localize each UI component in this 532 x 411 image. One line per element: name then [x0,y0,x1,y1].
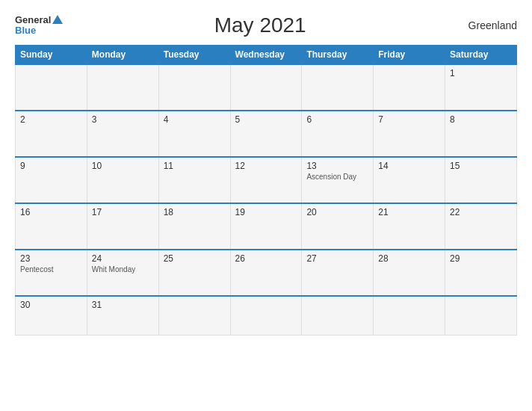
day-number: 18 [164,207,226,217]
calendar-cell: 24Whit Monday [87,250,158,296]
day-number: 31 [92,300,154,310]
calendar-cell: 12 [230,157,302,203]
day-number: 23 [20,253,82,264]
day-number: 30 [20,300,82,310]
day-number: 7 [378,114,440,125]
calendar-cell [16,64,87,111]
calendar-cell: 21 [374,203,445,250]
calendar-cell: 4 [158,111,230,157]
header-monday: Monday [87,46,158,65]
logo-triangle-icon [52,15,63,24]
calendar-week-row: 16171819202122 [16,203,517,250]
calendar-cell: 13Ascension Day [302,157,374,203]
calendar-cell: 27 [302,250,374,296]
day-number: 3 [92,114,154,125]
calendar-cell: 2 [16,111,87,157]
day-number: 8 [450,114,512,125]
calendar-cell [445,296,517,335]
calendar-cell: 25 [158,250,230,296]
calendar-cell: 9 [16,157,87,203]
calendar-cell: 14 [374,157,445,203]
day-number: 1 [450,68,512,78]
day-event-label: Ascension Day [306,173,368,181]
calendar-cell [230,296,302,335]
day-number: 2 [20,114,82,125]
day-number: 15 [450,161,512,171]
calendar-cell [374,64,445,111]
calendar-week-row: 910111213Ascension Day1415 [16,157,517,203]
header-friday: Friday [374,46,445,65]
calendar-cell: 30 [16,296,87,335]
day-number: 17 [92,207,154,217]
calendar-cell [230,64,302,111]
calendar-cell: 22 [445,203,517,250]
calendar-cell: 29 [445,250,517,296]
calendar-week-row: 1 [16,64,517,111]
days-header-row: Sunday Monday Tuesday Wednesday Thursday… [16,46,517,65]
day-number: 12 [235,161,297,171]
day-number: 4 [164,114,226,125]
logo-blue-text: Blue [15,25,63,36]
day-number: 24 [92,253,154,264]
calendar-week-row: 3031 [16,296,517,335]
header-wednesday: Wednesday [230,46,302,65]
logo: General Blue [15,15,63,37]
calendar-cell: 10 [87,157,158,203]
calendar-cell: 18 [158,203,230,250]
calendar-cell: 15 [445,157,517,203]
calendar-cell: 28 [374,250,445,296]
day-number: 5 [235,114,297,125]
calendar-page: General Blue May 2021 Greenland Sunday M… [0,0,532,411]
header-saturday: Saturday [445,46,517,65]
calendar-title: May 2021 [63,13,457,37]
day-event-label: Pentecost [20,265,82,274]
day-number: 10 [92,161,154,171]
logo-general-text: General [15,15,51,25]
calendar-cell [158,64,230,111]
calendar-cell: 1 [445,64,517,111]
calendar-cell: 26 [230,250,302,296]
calendar-cell: 6 [302,111,374,157]
day-number: 20 [306,207,368,217]
day-number: 28 [378,253,440,264]
calendar-week-row: 2345678 [16,111,517,157]
day-number: 21 [378,207,440,217]
region-label: Greenland [457,19,517,31]
calendar-cell: 20 [302,203,374,250]
calendar-cell: 11 [158,157,230,203]
day-number: 6 [306,114,368,125]
day-number: 22 [450,207,512,217]
header-thursday: Thursday [302,46,374,65]
calendar-cell: 17 [87,203,158,250]
day-number: 19 [235,207,297,217]
day-event-label: Whit Monday [92,265,154,274]
calendar-cell: 3 [87,111,158,157]
calendar-table: Sunday Monday Tuesday Wednesday Thursday… [15,45,517,336]
calendar-cell [302,64,374,111]
calendar-cell: 16 [16,203,87,250]
calendar-cell [374,296,445,335]
day-number: 14 [378,161,440,171]
calendar-cell: 19 [230,203,302,250]
calendar-cell [158,296,230,335]
day-number: 11 [164,161,226,171]
day-number: 26 [235,253,297,264]
header-sunday: Sunday [16,46,87,65]
calendar-cell: 7 [374,111,445,157]
header: General Blue May 2021 Greenland [15,13,517,37]
calendar-cell [302,296,374,335]
calendar-cell [87,64,158,111]
day-number: 27 [306,253,368,264]
day-number: 9 [20,161,82,171]
day-number: 16 [20,207,82,217]
day-number: 25 [164,253,226,264]
day-number: 13 [306,161,368,171]
calendar-cell: 23Pentecost [16,250,87,296]
calendar-cell: 8 [445,111,517,157]
header-tuesday: Tuesday [158,46,230,65]
day-number: 29 [450,253,512,264]
calendar-week-row: 23Pentecost24Whit Monday2526272829 [16,250,517,296]
calendar-cell: 5 [230,111,302,157]
calendar-cell: 31 [87,296,158,335]
